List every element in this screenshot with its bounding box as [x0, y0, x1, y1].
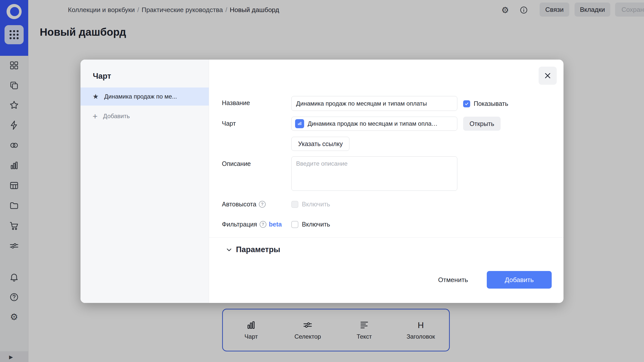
- chart-field-label: Чарт: [222, 120, 236, 127]
- autoheight-checkbox-label: Включить: [302, 201, 330, 208]
- open-chart-button[interactable]: Открыть: [463, 117, 501, 131]
- filtering-checkbox-row: Включить: [291, 221, 330, 228]
- chart-list-item-selected[interactable]: ★ Динамика продаж по ме...: [80, 87, 209, 106]
- chart-picker-value: Динамика продаж по месяцам и типам опла…: [308, 120, 437, 127]
- description-textarea[interactable]: [291, 156, 457, 191]
- name-field-label: Название: [222, 99, 250, 107]
- chart-list-item-label: Динамика продаж по ме...: [104, 93, 177, 100]
- filtering-checkbox[interactable]: [291, 221, 298, 228]
- plus-icon: +: [93, 112, 98, 120]
- filtering-help-icon[interactable]: ?: [260, 221, 266, 228]
- autoheight-checkbox-row: Включить: [291, 201, 330, 208]
- show-checkbox-label: Показывать: [474, 100, 508, 107]
- description-field-label: Описание: [222, 160, 251, 167]
- autoheight-checkbox[interactable]: [291, 201, 298, 208]
- filtering-field-label: Фильтрация ? beta: [222, 221, 282, 228]
- filtering-checkbox-label: Включить: [302, 221, 330, 228]
- autoheight-field-label: Автовысота ?: [222, 201, 266, 208]
- autoheight-help-icon[interactable]: ?: [259, 201, 266, 208]
- chart-picker-field[interactable]: Динамика продаж по месяцам и типам опла…: [291, 117, 457, 131]
- add-button[interactable]: Добавить: [487, 271, 552, 289]
- star-icon: ★: [93, 93, 99, 101]
- add-chart-label: Добавить: [103, 113, 130, 120]
- beta-badge: beta: [269, 221, 282, 228]
- name-input[interactable]: [291, 96, 457, 111]
- dialog-left-panel: Чарт ★ Динамика продаж по ме... + Добави…: [80, 60, 209, 303]
- show-checkbox-row: Показывать: [463, 100, 508, 107]
- chart-widget-dialog: Чарт ★ Динамика продаж по ме... + Добави…: [80, 60, 564, 303]
- cancel-button[interactable]: Отменить: [432, 271, 474, 289]
- show-checkbox[interactable]: [463, 100, 470, 107]
- check-icon: [464, 102, 469, 106]
- params-section-toggle[interactable]: Параметры: [225, 245, 280, 254]
- chevron-down-icon: [225, 246, 232, 253]
- close-icon: [544, 72, 551, 79]
- add-chart-button[interactable]: + Добавить: [80, 108, 209, 124]
- section-divider: [209, 237, 564, 238]
- params-section-label: Параметры: [236, 245, 280, 254]
- close-dialog-button[interactable]: [539, 67, 557, 85]
- specify-link-button[interactable]: Указать ссылку: [291, 137, 349, 151]
- app-window: ⚙ ▶ Коллекции и воркбуки/Практические ру…: [0, 0, 644, 362]
- panel-title: Чарт: [93, 72, 111, 81]
- bar-chart-icon: [297, 121, 302, 126]
- chart-type-icon: [295, 119, 304, 128]
